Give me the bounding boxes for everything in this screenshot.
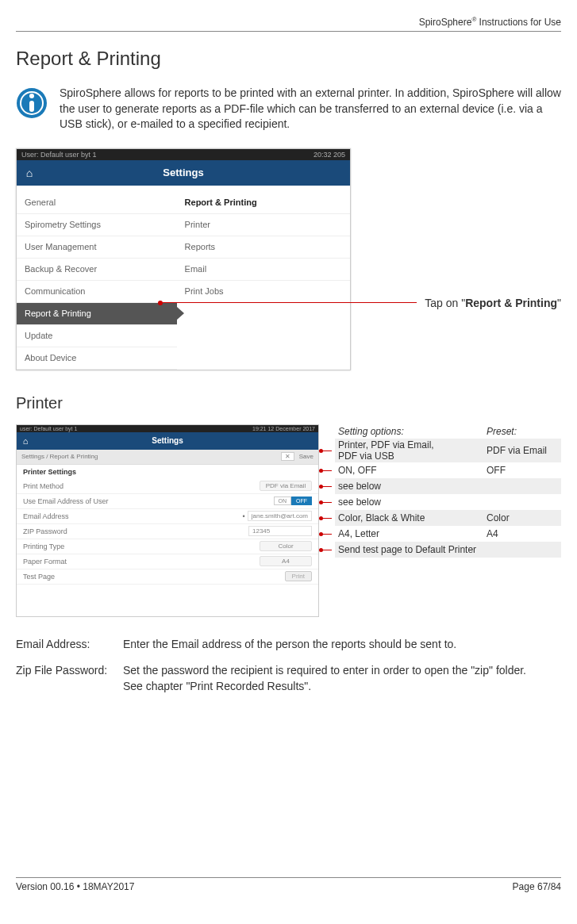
options-header-setting: Setting options:	[338, 426, 487, 437]
bullet-icon: •	[243, 512, 245, 520]
callout-bold: Report & Printing	[465, 297, 557, 309]
print-test-button[interactable]: Print	[285, 571, 312, 581]
row-test-page: Test Page	[23, 573, 285, 581]
settings-title-2: Settings	[17, 436, 318, 445]
home-icon[interactable]: ⌂	[17, 160, 42, 186]
row-paper-format: Paper Format	[23, 558, 260, 566]
options-row: Color, Black & WhiteColor	[335, 510, 561, 526]
preset-text: Color	[487, 512, 558, 523]
options-row: see below	[335, 478, 561, 494]
status-user-2: user: Default user byt 1	[20, 426, 77, 431]
save-button[interactable]: Save	[299, 453, 314, 460]
info-icon	[16, 87, 48, 119]
sidebar-item-general[interactable]: General	[17, 192, 177, 214]
paper-format-select[interactable]: A4	[260, 556, 312, 566]
row-zip-password: ZIP Password	[23, 527, 248, 535]
printing-type-select[interactable]: Color	[260, 541, 312, 551]
option-text: see below	[338, 497, 487, 508]
sidebar-item-backup[interactable]: Backup & Recover	[17, 259, 177, 281]
zip-password-input[interactable]: 12345	[248, 526, 312, 536]
settings-title: Settings	[17, 167, 350, 178]
options-row: A4, LetterA4	[335, 526, 561, 542]
options-row: Send test page to Default Printer	[335, 542, 561, 558]
sidebar-item-communication[interactable]: Communication	[17, 281, 177, 303]
submenu-printer[interactable]: Printer	[177, 214, 350, 236]
printer-settings-screenshot: user: Default user byt 1 19:21 12 Decemb…	[16, 424, 319, 617]
def-term: Email Address:	[16, 637, 123, 653]
callout-prefix: Tap on "	[425, 297, 465, 309]
sidebar-item-update[interactable]: Update	[17, 325, 177, 347]
status-time-2: 19:21 12 December 2017	[252, 426, 315, 431]
sidebar-item-about[interactable]: About Device	[17, 347, 177, 370]
sidebar-item-user-management[interactable]: User Management	[17, 236, 177, 259]
doc-header: SpiroSphere® Instructions for Use	[16, 16, 561, 32]
settings-screenshot: User: Default user byt 1 20:32 205 ⌂ Set…	[16, 148, 351, 370]
preset-text: PDF via Email	[487, 445, 558, 456]
options-row: ON, OFFOFF	[335, 462, 561, 478]
home-icon-2[interactable]: ⌂	[17, 432, 34, 450]
def-text: Set the password the recipient is requir…	[123, 663, 561, 694]
email-address-input[interactable]: jane.smith@art.com	[248, 511, 312, 521]
svg-point-4	[29, 94, 34, 98]
preset-text: OFF	[487, 465, 558, 476]
subheading-printer: Printer	[16, 394, 561, 412]
option-text: Printer, PDF via Email,PDF via USB	[338, 439, 487, 462]
status-user: User: Default user byt 1	[21, 151, 97, 159]
options-row: Printer, PDF via Email,PDF via USBPDF vi…	[335, 439, 561, 462]
row-print-method: Print Method	[23, 482, 260, 490]
setting-options-table: Setting options: Preset: Printer, PDF vi…	[335, 424, 561, 558]
print-method-select[interactable]: PDF via Email	[260, 481, 312, 491]
options-header-preset: Preset:	[487, 426, 558, 437]
def-term: Zip File Password:	[16, 663, 123, 694]
callout-tap: Tap on "Report & Printing"	[160, 297, 561, 309]
submenu-reports[interactable]: Reports	[177, 236, 350, 259]
intro-text: SpiroSphere allows for reports to be pri…	[60, 86, 561, 132]
section-printer-settings: Printer Settings	[17, 465, 318, 479]
options-row: see below	[335, 494, 561, 510]
footer-version: Version 00.16 • 18MAY2017	[16, 881, 134, 892]
submenu-email[interactable]: Email	[177, 259, 350, 281]
preset-text: A4	[487, 528, 558, 539]
page-title: Report & Printing	[16, 48, 561, 70]
option-text: see below	[338, 481, 487, 492]
row-printing-type: Printing Type	[23, 543, 260, 550]
status-time: 20:32 205	[314, 151, 345, 159]
close-button[interactable]: ✕	[281, 452, 294, 461]
option-text: Color, Black & White	[338, 512, 487, 523]
footer-page: Page 67/84	[513, 881, 561, 892]
row-use-email: Use Email Address of User	[23, 497, 274, 505]
callout-suffix: "	[557, 297, 561, 309]
use-email-toggle[interactable]: ONOFF	[274, 497, 313, 505]
sidebar-item-report-printing[interactable]: Report & Printing	[17, 303, 177, 325]
section-header-report-printing: Report & Printing	[177, 192, 350, 214]
svg-rect-3	[29, 101, 34, 112]
breadcrumb: Settings / Report & Printing	[21, 453, 98, 460]
option-text: ON, OFF	[338, 465, 487, 476]
option-text: Send test page to Default Printer	[338, 544, 487, 555]
row-email-address: Email Address	[23, 512, 243, 520]
def-text: Enter the Email address of the person th…	[123, 637, 561, 653]
option-text: A4, Letter	[338, 528, 487, 539]
sidebar-item-spirometry[interactable]: Spirometry Settings	[17, 214, 177, 236]
